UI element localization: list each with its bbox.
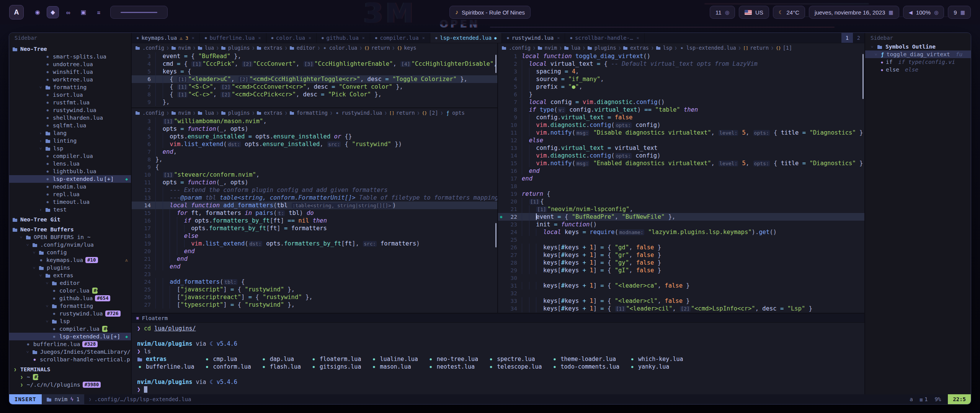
editor-pane-rustywind-lua[interactable]: .config❯nvim❯lua❯plugins❯extras❯formatti… xyxy=(132,108,497,313)
tab-githublua[interactable]: ●github.lua✕ xyxy=(317,33,370,43)
tree-item[interactable]: lens.lua xyxy=(9,160,131,167)
app-launcher-button[interactable]: A xyxy=(9,5,24,20)
editor-pane-lsp-extended-lua[interactable]: .config❯nvim❯lua❯plugins❯extras❯lsp❯lsp-… xyxy=(498,43,864,313)
tree-item[interactable]: bufferline.lua#328 xyxy=(9,340,131,348)
scrollbar-handle[interactable] xyxy=(495,223,497,247)
status-window-count[interactable]: 9▦ xyxy=(948,6,971,19)
code-line[interactable]: 6 vim.list_extend(dst: opts.ensure_insta… xyxy=(132,140,497,148)
topbar-slider[interactable] xyxy=(110,6,168,19)
breadcrumb-item[interactable]: extras xyxy=(623,45,649,51)
status-notifications[interactable]: 11◎ xyxy=(710,6,735,19)
breadcrumb-item[interactable]: formatting xyxy=(290,110,328,116)
tree-item[interactable]: scrollbar-handle-vertical.p xyxy=(9,356,131,363)
code-line[interactable]: 10 [1]"stevearc/conform.nvim", xyxy=(132,171,497,179)
breadcrumb-item[interactable]: nvim xyxy=(172,110,191,116)
code-line[interactable]: 1local function toggle_diag_virtext() xyxy=(498,52,864,60)
tree-item[interactable]: ˅editor xyxy=(9,279,131,287)
tree-item[interactable]: ˅formatting xyxy=(9,302,131,310)
code-line[interactable]: 15 for ft, formatters in pairs(t: tbl) d… xyxy=(132,209,497,217)
code-line[interactable]: 11 opts = function(_, opts) xyxy=(132,179,497,186)
code-line[interactable]: 20 [1]{ xyxy=(498,198,864,205)
tree-item[interactable]: ˅lsp xyxy=(9,317,131,325)
code-line[interactable]: 29 keys[#keys + 1] = { "gI", false } xyxy=(498,267,864,274)
tree-item[interactable]: ˅config xyxy=(9,249,131,256)
code-line[interactable]: 13 ---@param tbl table<string, conform.F… xyxy=(132,194,497,202)
code-line[interactable]: 7 end, xyxy=(132,148,497,156)
breadcrumb-item[interactable]: lua xyxy=(198,110,214,116)
tree-item[interactable]: sqlfmt.lua xyxy=(9,122,131,129)
breadcrumb-item[interactable]: opts xyxy=(445,110,465,116)
tab-keymapslua[interactable]: ●keymaps.lua⚠ 3✕ xyxy=(132,33,200,43)
tree-item[interactable]: isort.lua xyxy=(9,91,131,99)
code-line[interactable]: 25 ["javascript"] = { "rustywind" }, xyxy=(132,286,497,293)
code-line[interactable]: 27 keys[#keys + 1] = { "gr", false } xyxy=(498,251,864,259)
tree-item[interactable]: neodim.lua xyxy=(9,183,131,190)
code-line[interactable]: 7 { [1]"<S-C>", [2]"<cmd>CccConvert<cr>"… xyxy=(132,83,497,91)
tree-item[interactable]: ˅Juegos/Indies/SteamLibrary/st xyxy=(9,348,131,356)
code-line[interactable]: 22 end xyxy=(132,263,497,270)
tree-item[interactable]: ˅OPEN BUFFERS in ~ xyxy=(9,233,131,241)
breadcrumb-item[interactable]: nvim xyxy=(172,45,191,51)
breadcrumb-item[interactable]: lua xyxy=(564,45,580,51)
tree-item[interactable]: ˅plugins xyxy=(9,264,131,272)
breadcrumb-item[interactable]: .config xyxy=(136,45,164,51)
tree-item[interactable]: ˅.config/nvim/lua xyxy=(9,241,131,249)
breadcrumb-item[interactable]: plugins xyxy=(588,45,616,51)
tabpage-2[interactable]: 2 xyxy=(853,33,864,43)
workspace-button-4[interactable]: ▣ xyxy=(77,6,90,18)
code-line[interactable]: 5 keys = { xyxy=(132,68,497,75)
code-line[interactable]: 7 local config = vim.diagnostic.config() xyxy=(498,98,864,106)
tree-item[interactable]: ˅extras xyxy=(9,272,131,279)
tree-item[interactable]: lightbulb.lua xyxy=(9,167,131,175)
breadcrumb-item[interactable]: return xyxy=(743,45,769,51)
code-line[interactable]: 24 add_formatters(tbl: { xyxy=(132,278,497,286)
breadcrumb-item[interactable]: return xyxy=(389,110,415,116)
code-line[interactable]: 16 end xyxy=(498,167,864,175)
breadcrumb-item[interactable]: .config xyxy=(502,45,531,51)
workspace-button-2[interactable]: ◆ xyxy=(47,6,59,18)
tree-item[interactable]: ›linting xyxy=(9,137,131,145)
code-line[interactable]: 25 xyxy=(498,236,864,244)
breadcrumb-item[interactable]: extras xyxy=(257,110,283,116)
tabpage-1[interactable]: 1 xyxy=(841,33,853,43)
breadcrumb-item[interactable]: plugins xyxy=(221,45,250,51)
close-icon[interactable]: ✕ xyxy=(557,35,560,41)
code-line[interactable]: 18 xyxy=(498,182,864,190)
code-line[interactable]: 21 end xyxy=(132,255,497,263)
tree-item[interactable]: rustywind.lua#726 xyxy=(9,310,131,317)
outline-item-else[interactable]: ◆elseelse xyxy=(865,66,971,73)
tree-item[interactable]: github.lua#654 xyxy=(9,294,131,302)
workspace-button-5[interactable]: ≡ xyxy=(93,6,105,18)
breadcrumb-item[interactable]: lua xyxy=(198,45,214,51)
code-line[interactable]: 27 ["typescript"] = { "rustywind" }, xyxy=(132,301,497,309)
code-line[interactable]: 3 spacing = 4, xyxy=(498,68,864,75)
breadcrumb-item[interactable]: extras xyxy=(257,45,283,51)
code-line[interactable]: 8}, xyxy=(132,156,497,163)
code-line[interactable]: 3 event = { "BufRead" }, xyxy=(132,52,497,60)
breadcrumb-item[interactable]: lsp xyxy=(656,45,672,51)
code-line[interactable]: 10 vim.diagnostic.config(opts: config) xyxy=(498,121,864,129)
tree-item[interactable]: winshift.lua xyxy=(9,68,131,76)
code-line[interactable]: 19return { xyxy=(498,190,864,198)
breadcrumb-item[interactable]: .config xyxy=(136,110,164,116)
tree-item[interactable]: smart-splits.lua xyxy=(9,53,131,60)
tab-compilerlua[interactable]: ●compiler.lua✕ xyxy=(370,33,430,43)
workspace-button-1[interactable]: ◉ xyxy=(31,6,44,18)
code-line[interactable]: 11 vim.notify(msg: "Disable diagnostics … xyxy=(498,129,864,137)
status-date[interactable]: jueves, noviembre 16, 2023▦ xyxy=(809,6,899,19)
status-keyboard-layout[interactable]: US xyxy=(739,6,769,19)
tree-item[interactable]: ›test xyxy=(9,206,131,213)
close-icon[interactable]: ✕ xyxy=(637,35,639,41)
code-line[interactable]: 5 prefix = "●", xyxy=(498,83,864,91)
symbols-outline-header[interactable]: ˅ Symbols Outline xyxy=(865,43,971,50)
code-line[interactable]: 14 vim.diagnostic.config(opts: config) xyxy=(498,152,864,159)
tree-item[interactable]: ˅lsp xyxy=(9,145,131,152)
editor-pane-color-lua[interactable]: .config❯nvim❯lua❯plugins❯extras❯editor❯c… xyxy=(132,43,497,108)
code-line[interactable]: 31 keys[#keys + 1] = { "<leader>ca", fal… xyxy=(498,282,864,289)
tree-item[interactable]: repl.lua xyxy=(9,190,131,198)
tree-item[interactable]: compiler.lua xyxy=(9,152,131,160)
breadcrumb-item[interactable]: lsp-extended.lua xyxy=(679,45,736,51)
code-line[interactable]: 23 xyxy=(132,270,497,278)
code-line[interactable]: 8 if type(v: config.virtual_text) == "ta… xyxy=(498,106,864,114)
breadcrumb-item[interactable]: plugins xyxy=(221,110,250,116)
